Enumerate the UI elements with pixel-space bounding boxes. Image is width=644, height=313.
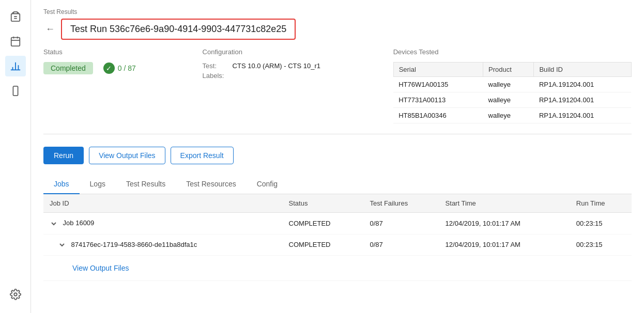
device-product: walleye: [483, 77, 534, 92]
devices-col-build-id: Build ID: [534, 62, 632, 77]
configuration-block: Configuration Test: CTS 10.0 (ARM) - CTS…: [203, 48, 393, 123]
device-serial: HT85B1A00346: [393, 108, 483, 123]
test-run-id: Test Run 536c76e6-9a90-4914-9903-447731c…: [61, 19, 296, 40]
device-build-id: RP1A.191204.001: [534, 92, 632, 108]
job-id-cell: 874176ec-1719-4583-8660-de11ba8dfa1c: [43, 234, 283, 256]
svg-rect-3: [11, 38, 20, 46]
job-start-time-cell: 12/04/2019, 10:01:17 AM: [439, 234, 570, 256]
config-test-row: Test: CTS 10.0 (ARM) - CTS 10_r1: [203, 62, 393, 70]
back-button[interactable]: ←: [43, 23, 57, 36]
status-row: Completed ✓ 0 / 87: [43, 62, 203, 74]
jobs-table-row: Job 16009 COMPLETED 0/87 12/04/2019, 10:…: [43, 213, 632, 234]
info-section: Status Completed ✓ 0 / 87 Configuration …: [43, 48, 632, 134]
svg-rect-0: [13, 12, 17, 14]
jobs-col-job-id: Job ID: [43, 194, 283, 213]
svg-point-13: [14, 293, 17, 296]
devices-col-serial: Serial: [393, 62, 483, 77]
devices-block: Devices Tested Serial Product Build ID H…: [393, 48, 632, 123]
sidebar: [0, 0, 31, 313]
header-section: Test Results ← Test Run 536c76e6-9a90-49…: [43, 8, 632, 40]
jobs-table-row: 874176ec-1719-4583-8660-de11ba8dfa1c COM…: [43, 234, 632, 256]
devices-title: Devices Tested: [393, 48, 632, 56]
sidebar-icon-chart[interactable]: [5, 56, 26, 76]
jobs-col-test-failures: Test Failures: [363, 194, 439, 213]
sidebar-icon-calendar[interactable]: [5, 31, 26, 52]
devices-table-row: HT85B1A00346 walleye RP1A.191204.001: [393, 108, 631, 123]
jobs-col-status: Status: [283, 194, 364, 213]
sidebar-icon-clipboard[interactable]: [5, 6, 26, 27]
svg-rect-11: [13, 86, 18, 96]
view-output-link[interactable]: View Output Files: [72, 262, 129, 274]
device-product: walleye: [483, 92, 534, 108]
check-count-label: 0 / 87: [118, 64, 136, 72]
rerun-button[interactable]: Rerun: [43, 147, 84, 164]
devices-table: Serial Product Build ID HT76W1A00135 wal…: [393, 62, 632, 123]
job-failures-cell: 0/87: [363, 234, 439, 256]
tab-config[interactable]: Config: [247, 175, 288, 194]
config-labels-label: Labels:: [203, 72, 228, 80]
job-status-cell: COMPLETED: [283, 213, 364, 234]
sidebar-icon-settings[interactable]: [5, 284, 26, 305]
device-product: walleye: [483, 108, 534, 123]
config-test-value: CTS 10.0 (ARM) - CTS 10_r1: [233, 62, 321, 70]
tab-logs[interactable]: Logs: [80, 175, 116, 194]
job-status-cell: COMPLETED: [283, 234, 364, 256]
status-title: Status: [43, 48, 203, 56]
action-buttons: Rerun View Output Files Export Result: [43, 147, 632, 164]
view-output-row: View Output Files: [43, 256, 632, 281]
device-build-id: RP1A.191204.001: [534, 77, 632, 92]
job-run-time-cell: 00:23:15: [570, 213, 632, 234]
sidebar-icon-phone[interactable]: [5, 81, 26, 101]
tab-jobs[interactable]: Jobs: [43, 175, 80, 194]
devices-table-row: HT76W1A00135 walleye RP1A.191204.001: [393, 77, 631, 92]
device-build-id: RP1A.191204.001: [534, 108, 632, 123]
tab-test-results[interactable]: Test Results: [116, 175, 176, 194]
status-badge: Completed: [43, 62, 93, 74]
main-content: Test Results ← Test Run 536c76e6-9a90-49…: [31, 0, 644, 313]
status-block: Status Completed ✓ 0 / 87: [43, 48, 203, 123]
breadcrumb: Test Results: [43, 8, 632, 15]
jobs-col-run-time: Run Time: [570, 194, 632, 213]
job-id-cell: Job 16009: [43, 213, 283, 234]
config-labels-row: Labels:: [203, 72, 393, 80]
check-count: ✓ 0 / 87: [103, 62, 136, 74]
config-title: Configuration: [203, 48, 393, 56]
view-output-button[interactable]: View Output Files: [89, 147, 165, 164]
job-run-time-cell: 00:23:15: [570, 234, 632, 256]
test-run-header: ← Test Run 536c76e6-9a90-4914-9903-44773…: [43, 19, 632, 40]
tab-test-resources[interactable]: Test Resources: [176, 175, 246, 194]
jobs-table: Job ID Status Test Failures Start Time R…: [43, 194, 632, 281]
devices-col-product: Product: [483, 62, 534, 77]
check-icon: ✓: [103, 62, 115, 74]
job-failures-cell: 0/87: [363, 213, 439, 234]
config-test-label: Test:: [203, 62, 228, 70]
devices-table-row: HT7731A00113 walleye RP1A.191204.001: [393, 92, 631, 108]
tabs-bar: JobsLogsTest ResultsTest ResourcesConfig: [43, 175, 632, 194]
chevron-icon[interactable]: [58, 241, 66, 249]
device-serial: HT76W1A00135: [393, 77, 483, 92]
device-serial: HT7731A00113: [393, 92, 483, 108]
job-start-time-cell: 12/04/2019, 10:01:17 AM: [439, 213, 570, 234]
chevron-icon[interactable]: [50, 220, 58, 228]
jobs-col-start-time: Start Time: [439, 194, 570, 213]
export-result-button[interactable]: Export Result: [171, 147, 234, 164]
